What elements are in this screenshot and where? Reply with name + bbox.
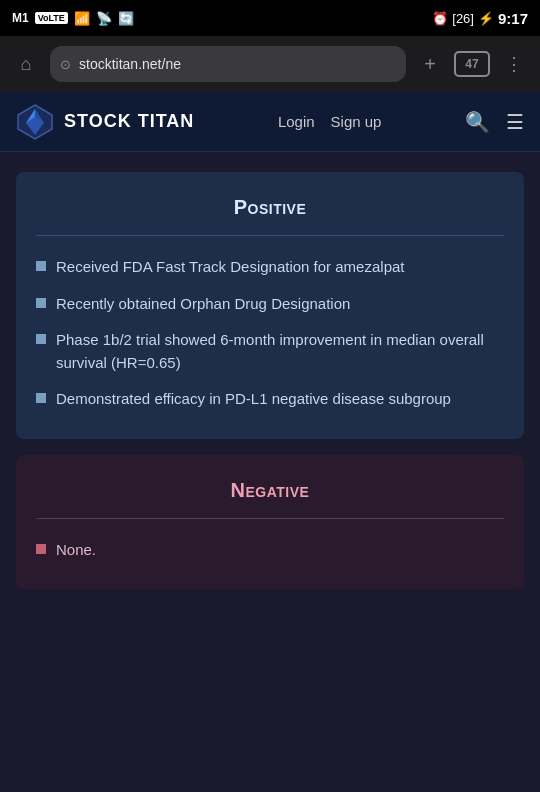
carrier-label: M1 [12,11,29,25]
positive-bullet-list: Received FDA Fast Track Designation for … [36,256,504,411]
list-item: Recently obtained Orphan Drug Designatio… [36,293,504,316]
negative-divider [36,518,504,519]
bullet-icon [36,334,46,344]
new-tab-button[interactable]: + [414,48,446,80]
nav-links: Login Sign up [278,113,382,130]
status-left: M1 VoLTE 📶 📡 🔄 [12,11,134,26]
brand: STOCK TITAN [16,103,194,141]
list-item: Received FDA Fast Track Designation for … [36,256,504,279]
tabs-button[interactable]: 47 [454,51,490,77]
nav-icons: 🔍 ☰ [465,110,524,134]
time-display: 9:17 [498,10,528,27]
home-button[interactable]: ⌂ [10,48,42,80]
browser-bar: ⌂ ⊙ stocktitan.net/ne + 47 ⋮ [0,36,540,92]
list-item: Demonstrated efficacy in PD-L1 negative … [36,388,504,411]
browser-menu-button[interactable]: ⋮ [498,48,530,80]
logo-icon [16,103,54,141]
negative-section: Negative None. [16,455,524,590]
search-icon[interactable]: 🔍 [465,110,490,134]
url-text: stocktitan.net/ne [79,56,396,72]
home-icon: ⌂ [21,54,32,75]
hamburger-menu-icon[interactable]: ☰ [506,110,524,134]
bullet-icon [36,544,46,554]
positive-divider [36,235,504,236]
tabs-count: 47 [465,57,478,71]
status-bar: M1 VoLTE 📶 📡 🔄 ⏰ [26] ⚡ 9:17 [0,0,540,36]
alarm-icon: ⏰ [432,11,448,26]
nav-title: STOCK TITAN [64,111,194,132]
url-bar[interactable]: ⊙ stocktitan.net/ne [50,46,406,82]
battery-label: [26] [452,11,474,26]
menu-dots-icon: ⋮ [505,53,523,75]
bullet-icon [36,298,46,308]
volte-badge: VoLTE [35,12,68,24]
security-icon: ⊙ [60,57,71,72]
plus-icon: + [424,53,436,76]
login-link[interactable]: Login [278,113,315,130]
page-content: Positive Received FDA Fast Track Designa… [0,172,540,589]
status-right: ⏰ [26] ⚡ 9:17 [432,10,528,27]
negative-title: Negative [36,479,504,502]
list-item: Phase 1b/2 trial showed 6-month improvem… [36,329,504,374]
charging-icon: ⚡ [478,11,494,26]
signup-link[interactable]: Sign up [331,113,382,130]
nav-bar: STOCK TITAN Login Sign up 🔍 ☰ [0,92,540,152]
bullet-icon [36,393,46,403]
signal-icon: 📶 [74,11,90,26]
positive-section: Positive Received FDA Fast Track Designa… [16,172,524,439]
unknown-icon: 🔄 [118,11,134,26]
bullet-icon [36,261,46,271]
wifi-icon: 📡 [96,11,112,26]
positive-title: Positive [36,196,504,219]
list-item: None. [36,539,504,562]
negative-bullet-list: None. [36,539,504,562]
